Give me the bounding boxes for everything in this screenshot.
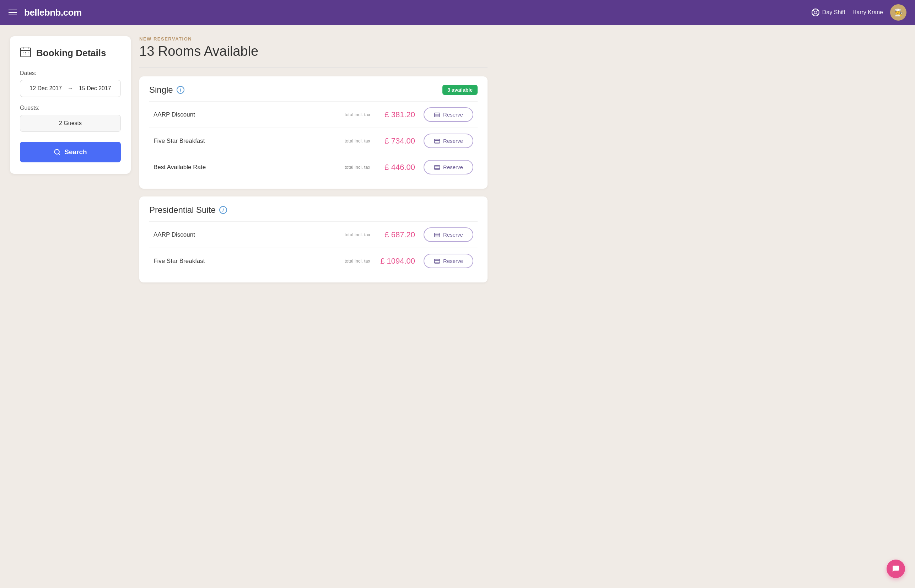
rate-price: £ 734.00 (372, 136, 415, 146)
svg-line-4 (817, 14, 818, 15)
right-panel: NEW RESERVATION 13 Rooms Available Singl… (139, 36, 488, 290)
rate-name: Five Star Breakfast (154, 258, 345, 265)
room-type-single: Single i (149, 85, 184, 95)
room-card-header-single: Single i3 available (149, 85, 478, 95)
booking-card: Booking Details Dates: 12 Dec 2017 → 15 … (10, 36, 131, 174)
room-type-presidential-suite: Presidential Suite i (149, 205, 227, 215)
date-from: 12 Dec 2017 (29, 85, 62, 92)
avatar[interactable]: 👨‍🍳 (890, 4, 907, 21)
rate-price: £ 687.20 (372, 230, 415, 239)
reserve-button-label: Reserve (443, 164, 463, 170)
svg-point-0 (814, 11, 817, 14)
rooms-container: Single i3 available AARP Discount total … (139, 76, 488, 283)
search-button-label: Search (64, 148, 87, 156)
rate-price: £ 446.00 (372, 163, 415, 172)
room-card-presidential-suite: Presidential Suite i AARP Discount total… (139, 197, 488, 283)
rate-row: Five Star Breakfast total incl. tax £ 10… (149, 248, 478, 274)
chat-bubble[interactable] (887, 560, 905, 578)
guests-field[interactable]: 2 Guests (20, 115, 121, 132)
header: bellebnb.com Day Shift Harry Krane (0, 0, 915, 25)
rate-name: Five Star Breakfast (154, 137, 345, 145)
reserve-button[interactable]: Reserve (424, 107, 473, 122)
reserve-button[interactable]: Reserve (424, 160, 473, 174)
rate-price-label: total incl. tax (345, 232, 370, 237)
rate-price-label: total incl. tax (345, 258, 370, 263)
bed-icon (434, 138, 440, 144)
guests-label: Guests: (20, 105, 121, 111)
bed-icon (434, 258, 440, 264)
info-icon-presidential-suite[interactable]: i (219, 206, 227, 214)
rate-price-label: total incl. tax (345, 112, 370, 117)
guests-value: 2 Guests (59, 120, 82, 126)
svg-line-20 (59, 153, 60, 155)
svg-line-8 (817, 10, 818, 11)
header-left: bellebnb.com (8, 7, 82, 18)
rate-row: AARP Discount total incl. tax £ 687.20 R… (149, 221, 478, 248)
logo: bellebnb.com (24, 7, 82, 18)
date-to: 15 Dec 2017 (79, 85, 111, 92)
chat-icon (892, 565, 900, 573)
date-arrow: → (68, 85, 73, 92)
page-title: 13 Rooms Available (139, 44, 488, 59)
shift-label: Day Shift (822, 9, 845, 16)
reserve-button-label: Reserve (443, 232, 463, 238)
info-icon-single[interactable]: i (176, 86, 184, 94)
menu-icon[interactable] (8, 10, 17, 15)
reserve-button[interactable]: Reserve (424, 134, 473, 148)
search-icon (54, 149, 61, 156)
sidebar: Booking Details Dates: 12 Dec 2017 → 15 … (10, 36, 131, 290)
reserve-button-label: Reserve (443, 258, 463, 264)
reserve-button-label: Reserve (443, 138, 463, 144)
room-card-single: Single i3 available AARP Discount total … (139, 76, 488, 189)
user-name: Harry Krane (852, 9, 883, 16)
svg-line-7 (813, 14, 814, 15)
booking-title: Booking Details (36, 48, 106, 59)
available-badge-single: 3 available (442, 85, 478, 95)
sun-icon (812, 8, 820, 16)
room-type-label: Single (149, 85, 173, 95)
svg-point-19 (55, 150, 59, 154)
dates-label: Dates: (20, 70, 121, 76)
rate-price: £ 1094.00 (372, 257, 415, 266)
rate-name: Best Available Rate (154, 164, 345, 171)
rate-name: AARP Discount (154, 231, 345, 238)
rate-row: AARP Discount total incl. tax £ 381.20 R… (149, 101, 478, 128)
svg-line-3 (813, 10, 814, 11)
date-range-field[interactable]: 12 Dec 2017 → 15 Dec 2017 (20, 80, 121, 97)
rate-row: Best Available Rate total incl. tax £ 44… (149, 154, 478, 180)
day-shift[interactable]: Day Shift (812, 8, 845, 16)
search-button[interactable]: Search (20, 142, 121, 162)
bed-icon (434, 112, 440, 118)
calendar-icon (20, 46, 31, 60)
room-type-label: Presidential Suite (149, 205, 216, 215)
rate-name: AARP Discount (154, 111, 345, 118)
rate-price-label: total incl. tax (345, 165, 370, 170)
rate-row: Five Star Breakfast total incl. tax £ 73… (149, 128, 478, 154)
breadcrumb: NEW RESERVATION (139, 36, 488, 42)
reserve-button-label: Reserve (443, 111, 463, 118)
rate-price: £ 381.20 (372, 110, 415, 120)
rate-price-label: total incl. tax (345, 138, 370, 144)
reserve-button[interactable]: Reserve (424, 228, 473, 242)
reserve-button[interactable]: Reserve (424, 254, 473, 268)
room-card-header-presidential-suite: Presidential Suite i (149, 205, 478, 215)
header-right: Day Shift Harry Krane 👨‍🍳 (812, 4, 907, 21)
bed-icon (434, 232, 440, 238)
bed-icon (434, 165, 440, 170)
main-content: Booking Details Dates: 12 Dec 2017 → 15 … (0, 25, 498, 302)
divider (139, 68, 488, 68)
booking-card-header: Booking Details (20, 46, 121, 60)
